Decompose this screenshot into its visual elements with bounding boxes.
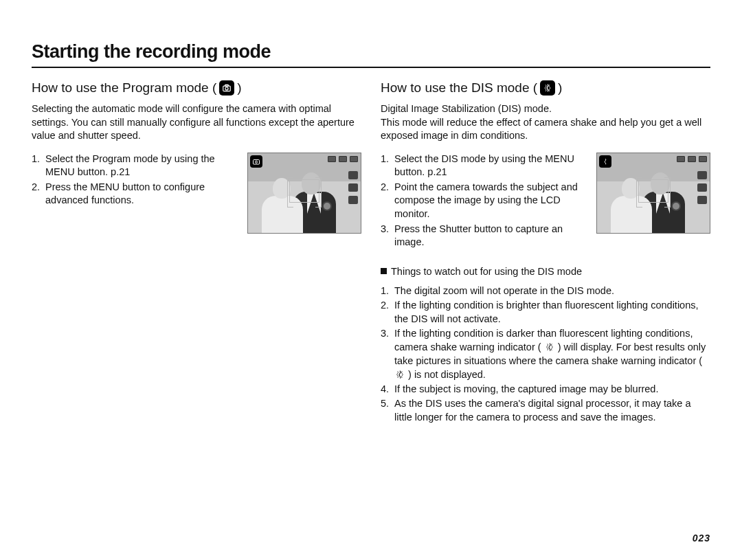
battery-icon — [350, 156, 358, 162]
list-item: 1. The digital zoom will not operate in … — [381, 284, 710, 298]
program-mode-icon — [219, 80, 234, 96]
side-indicator-icon — [697, 171, 707, 179]
page-number: 023 — [693, 533, 710, 544]
dis-steps: 1. Select the DIS mode by using the MENU… — [381, 153, 591, 251]
list-item: 2. If the lighting condition is brighter… — [381, 298, 710, 326]
indicator-icon — [677, 156, 685, 162]
title-rule — [32, 67, 710, 68]
side-indicator-icon — [348, 183, 358, 192]
step-number: 2. — [381, 181, 394, 221]
side-indicator-icon — [697, 183, 707, 192]
step-text: Select the Program mode by using the MEN… — [45, 153, 242, 179]
dis-mode-icon — [540, 80, 555, 96]
step-text: Press the MENU button to configure advan… — [45, 181, 242, 208]
item-number: 3. — [381, 326, 394, 381]
square-bullet-icon — [381, 268, 387, 274]
step-item: 2. Press the MENU button to configure ad… — [32, 181, 242, 208]
manual-page: Starting the recording mode How to use t… — [0, 0, 742, 560]
list-item: 3. If the lighting condition is darker t… — [381, 326, 710, 381]
dis-mode-figure — [596, 153, 710, 234]
figure-mode-badge-icon — [250, 155, 262, 168]
item-text: If the subject is moving, the captured i… — [394, 382, 710, 396]
dis-mode-heading: How to use the DIS mode ( ) — [381, 80, 710, 96]
focus-frame-icon — [289, 179, 319, 203]
step-number: 1. — [381, 153, 394, 179]
battery-icon — [699, 156, 707, 162]
left-column: How to use the Program mode ( ) Selectin… — [32, 80, 361, 425]
side-indicator-icon — [348, 171, 358, 179]
program-steps: 1. Select the Program mode by using the … — [32, 153, 242, 209]
dis-notes-list: 1. The digital zoom will not operate in … — [381, 284, 710, 424]
step-text: Press the Shutter button to capture an i… — [394, 223, 591, 249]
dis-notes-heading: Things to watch out for using the DIS mo… — [381, 266, 710, 277]
program-steps-row: 1. Select the Program mode by using the … — [32, 153, 361, 234]
figure-status-icons — [328, 156, 358, 162]
dis-intro: Digital Image Stabilization (DIS) mode. … — [381, 102, 710, 143]
list-item: 4. If the subject is moving, the capture… — [381, 382, 710, 396]
indicator-icon — [339, 156, 347, 162]
svg-rect-3 — [254, 159, 260, 164]
figure-mode-badge-icon — [599, 155, 611, 168]
heading-text-suffix: ) — [237, 80, 241, 96]
step-text: Select the DIS mode by using the MENU bu… — [394, 153, 591, 179]
step-item: 1. Select the Program mode by using the … — [32, 153, 242, 179]
dis-notes-heading-text: Things to watch out for using the DIS mo… — [391, 266, 582, 277]
step-number: 2. — [32, 181, 45, 208]
page-title: Starting the recording mode — [32, 41, 710, 63]
step-item: 1. Select the DIS mode by using the MENU… — [381, 153, 591, 179]
program-mode-heading: How to use the Program mode ( ) — [32, 80, 361, 96]
camera-shake-warning-icon — [544, 342, 555, 352]
right-column: How to use the DIS mode ( ) Digital Imag… — [381, 80, 710, 425]
figure-status-icons — [677, 156, 707, 162]
heading-text-suffix: ) — [558, 80, 562, 96]
item-text: If the lighting condition is darker than… — [394, 326, 710, 381]
camera-shake-warning-icon — [394, 370, 405, 379]
step-number: 3. — [381, 223, 394, 249]
item-number: 4. — [381, 382, 394, 396]
step-item: 3. Press the Shutter button to capture a… — [381, 223, 591, 249]
step-item: 2. Point the camera towards the subject … — [381, 181, 591, 221]
item-text-c: ) is not displayed. — [408, 369, 486, 380]
indicator-icon — [328, 156, 336, 162]
item-number: 2. — [381, 298, 394, 326]
item-number: 5. — [381, 396, 394, 424]
heading-text-prefix: How to use the DIS mode ( — [381, 80, 537, 96]
svg-point-4 — [256, 161, 258, 163]
side-indicator-icon — [348, 196, 358, 204]
program-intro: Selecting the automatic mode will config… — [32, 102, 361, 143]
figure-side-icons — [348, 171, 358, 204]
step-text: Point the camera towards the subject and… — [394, 181, 591, 221]
dis-steps-row: 1. Select the DIS mode by using the MENU… — [381, 153, 710, 251]
indicator-icon — [688, 156, 696, 162]
list-item: 5. As the DIS uses the camera's digital … — [381, 396, 710, 424]
item-text: If the lighting condition is brighter th… — [394, 298, 710, 326]
content-columns: How to use the Program mode ( ) Selectin… — [32, 80, 710, 425]
item-text: As the DIS uses the camera's digital sig… — [394, 396, 710, 424]
heading-text-prefix: How to use the Program mode ( — [32, 80, 216, 96]
program-mode-figure — [247, 153, 361, 234]
svg-point-2 — [225, 87, 228, 90]
step-number: 1. — [32, 153, 45, 179]
side-indicator-icon — [697, 196, 707, 204]
figure-side-icons — [697, 171, 707, 204]
focus-frame-icon — [638, 179, 668, 203]
item-text: The digital zoom will not operate in the… — [394, 284, 710, 298]
item-number: 1. — [381, 284, 394, 298]
